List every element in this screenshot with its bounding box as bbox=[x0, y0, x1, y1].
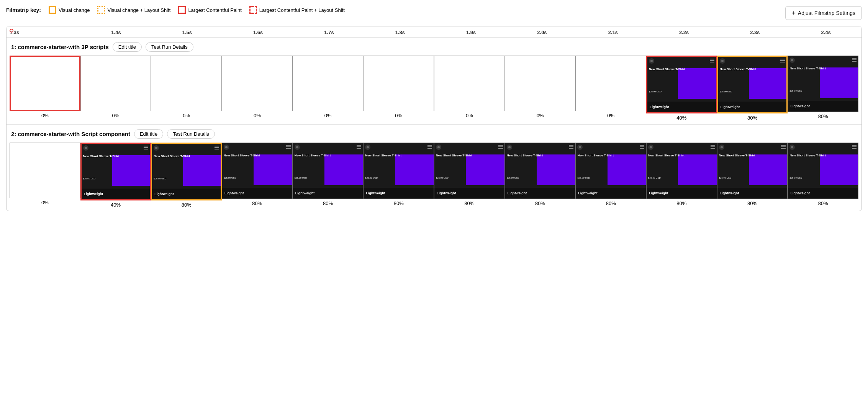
frame-cell[interactable]: 0% bbox=[505, 56, 576, 124]
key-item-visual-change: Visual change bbox=[49, 6, 90, 14]
frame-percent: 80% bbox=[252, 200, 262, 206]
frame-cell[interactable]: New Short Sleeve T-Shirt$25.99 USDLightw… bbox=[363, 143, 434, 211]
key-box-lcp-layout bbox=[249, 6, 257, 14]
frame-cell[interactable]: 0% bbox=[10, 143, 80, 211]
frame-percent: 80% bbox=[323, 200, 333, 206]
frame-cell[interactable]: New Short Sleeve T-Shirt$25.99 USDLightw… bbox=[293, 143, 364, 211]
filmstrip-key: Filmstrip key: Visual change Visual chan… bbox=[6, 6, 345, 14]
ruler-marker-6: 1.9s bbox=[436, 30, 506, 35]
frame-cell[interactable]: New Short Sleeve T-Shirt$25.99 USDLightw… bbox=[575, 143, 646, 211]
frame-percent: 0% bbox=[537, 113, 544, 118]
frame-percent: 40% bbox=[111, 202, 121, 208]
ruler-marker-2: 1.5s bbox=[152, 30, 223, 35]
frame-cell[interactable]: 0% bbox=[293, 56, 364, 124]
filmstrip-wrapper: 1.3s 1.4s 1.5s 1.6s 1.7s 1.8s 1.9s 2.0s … bbox=[6, 26, 862, 211]
frame-percent: 0% bbox=[466, 113, 473, 118]
key-box-lcp bbox=[178, 6, 186, 14]
section-header-1: 1: commerce-starter-with 3P scripts Edit… bbox=[10, 42, 858, 52]
frame-cell[interactable]: New Short Sleeve T-Shirt$25.99 USDLightw… bbox=[505, 143, 576, 211]
ruler-marker-4: 1.7s bbox=[293, 30, 364, 35]
key-box-visual-change bbox=[49, 6, 56, 14]
section-title-2: 2: commerce-starter-with Script componen… bbox=[11, 131, 130, 137]
frame-cell[interactable]: New Short Sleeve T-Shirt$25.99 USDLightw… bbox=[222, 143, 293, 211]
frame-percent: 0% bbox=[41, 200, 49, 205]
frame-cell[interactable]: New Short Sleeve T-Shirt$25.99 USDLightw… bbox=[646, 56, 717, 124]
section-header-2: 2: commerce-starter-with Script componen… bbox=[10, 129, 858, 139]
frames-row-2: 0%New Short Sleeve T-Shirt$25.99 USDLigh… bbox=[10, 143, 858, 211]
frame-percent: 80% bbox=[676, 200, 686, 206]
frame-percent: 80% bbox=[394, 200, 404, 206]
frame-cell[interactable]: New Short Sleeve T-Shirt$25.99 USDLightw… bbox=[646, 143, 717, 211]
ruler-dot bbox=[10, 29, 13, 33]
adjust-filmstrip-label: Adjust Filmstrip Settings bbox=[798, 10, 855, 16]
frame-cell[interactable]: New Short Sleeve T-Shirt$25.99 USDLightw… bbox=[434, 143, 505, 211]
frame-cell[interactable]: 0% bbox=[363, 56, 434, 124]
key-box-visual-change-layout bbox=[97, 6, 105, 14]
frame-cell[interactable]: New Short Sleeve T-Shirt$25.99 USDLightw… bbox=[151, 143, 222, 211]
frame-percent: 80% bbox=[818, 113, 828, 119]
frame-cell[interactable]: New Short Sleeve T-Shirt$25.99 USDLightw… bbox=[80, 143, 151, 211]
frame-percent: 80% bbox=[747, 115, 757, 121]
frame-cell[interactable]: 0% bbox=[151, 56, 222, 124]
key-item-lcp-layout: Largest Contentful Paint + Layout Shift bbox=[249, 6, 345, 14]
frame-percent: 80% bbox=[606, 200, 616, 206]
frame-cell[interactable]: New Short Sleeve T-Shirt$25.99 USDLightw… bbox=[717, 143, 788, 211]
frame-percent: 80% bbox=[535, 200, 545, 206]
frame-cell[interactable]: New Short Sleeve T-Shirt$25.99 USDLightw… bbox=[717, 56, 788, 124]
timeline-ruler: 1.3s 1.4s 1.5s 1.6s 1.7s 1.8s 1.9s 2.0s … bbox=[7, 26, 861, 37]
key-label-lcp-layout: Largest Contentful Paint + Layout Shift bbox=[259, 7, 345, 13]
ruler-marker-10: 2.3s bbox=[719, 30, 790, 35]
frame-percent: 80% bbox=[182, 202, 192, 208]
frame-percent: 0% bbox=[41, 113, 49, 118]
ruler-marker-3: 1.6s bbox=[223, 30, 293, 35]
key-label-visual-change-layout: Visual change + Layout Shift bbox=[107, 7, 170, 13]
frame-percent: 40% bbox=[676, 115, 686, 121]
frame-cell[interactable]: New Short Sleeve T-Shirt$25.99 USDLightw… bbox=[788, 56, 858, 124]
strip-section-1: 1: commerce-starter-with 3P scripts Edit… bbox=[7, 37, 861, 124]
key-item-visual-change-layout: Visual change + Layout Shift bbox=[97, 6, 170, 14]
frame-percent: 0% bbox=[324, 113, 332, 118]
test-run-details-button-1[interactable]: Test Run Details bbox=[146, 42, 193, 52]
ruler-marker-5: 1.8s bbox=[365, 30, 436, 35]
frame-percent: 0% bbox=[112, 113, 120, 118]
frame-cell[interactable]: 0% bbox=[434, 56, 505, 124]
frame-percent: 80% bbox=[747, 200, 757, 206]
filmstrip-key-label: Filmstrip key: bbox=[6, 7, 41, 13]
strip-section-2: 2: commerce-starter-with Script componen… bbox=[7, 124, 861, 211]
ruler-marker-7: 2.0s bbox=[506, 30, 577, 35]
filmstrip-header: Filmstrip key: Visual change Visual chan… bbox=[6, 6, 862, 20]
key-item-lcp: Largest Contentful Paint bbox=[178, 6, 241, 14]
ruler-marker-0: 1.3s bbox=[7, 30, 80, 35]
frame-percent: 0% bbox=[395, 113, 402, 118]
frame-percent: 80% bbox=[818, 200, 828, 206]
adjust-filmstrip-button[interactable]: + Adjust Filmstrip Settings bbox=[785, 6, 862, 20]
ruler-marker-9: 2.2s bbox=[649, 30, 719, 35]
frame-percent: 0% bbox=[607, 113, 614, 118]
frame-cell[interactable]: 0% bbox=[10, 56, 80, 124]
frame-percent: 0% bbox=[254, 113, 261, 118]
test-run-details-button-2[interactable]: Test Run Details bbox=[167, 129, 215, 139]
section-title-1: 1: commerce-starter-with 3P scripts bbox=[11, 44, 109, 50]
frames-row-1: 0%0%0%0%0%0%0%0%0%New Short Sleeve T-Shi… bbox=[10, 56, 858, 124]
ruler-marker-1: 1.4s bbox=[80, 30, 151, 35]
frame-percent: 80% bbox=[464, 200, 474, 206]
ruler-marker-8: 2.1s bbox=[578, 30, 649, 35]
edit-title-button-1[interactable]: Edit title bbox=[113, 42, 142, 52]
ruler-marker-11: 2.4s bbox=[791, 30, 861, 35]
frame-cell[interactable]: 0% bbox=[222, 56, 293, 124]
plus-icon: + bbox=[792, 10, 795, 16]
key-label-lcp: Largest Contentful Paint bbox=[188, 7, 241, 13]
key-label-visual-change: Visual change bbox=[59, 7, 90, 13]
edit-title-button-2[interactable]: Edit title bbox=[134, 129, 163, 139]
frame-cell[interactable]: 0% bbox=[575, 56, 646, 124]
frame-cell[interactable]: 0% bbox=[80, 56, 151, 124]
frame-cell[interactable]: New Short Sleeve T-Shirt$25.99 USDLightw… bbox=[788, 143, 858, 211]
frame-percent: 0% bbox=[183, 113, 190, 118]
